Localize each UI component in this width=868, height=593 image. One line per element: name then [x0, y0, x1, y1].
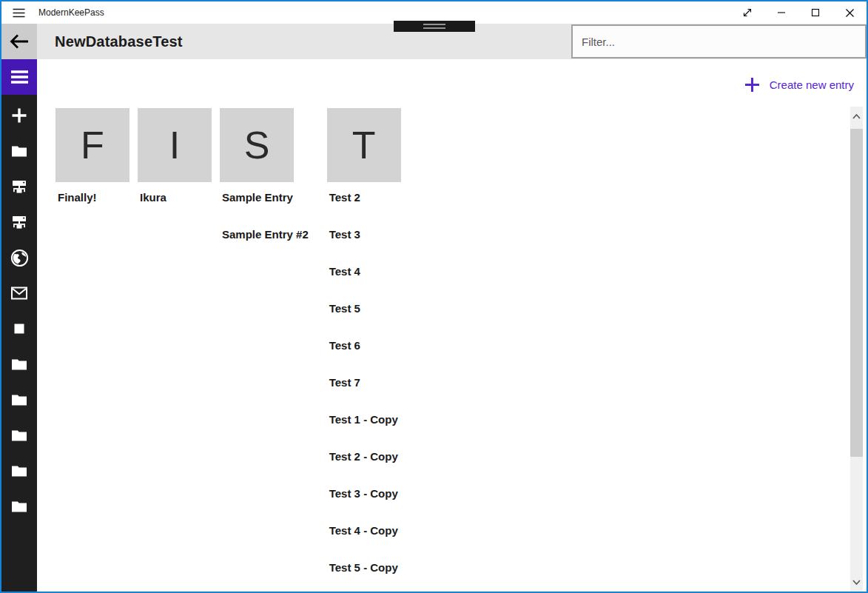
add-icon: [10, 107, 28, 124]
sidebar-item-9[interactable]: [1, 418, 37, 453]
folder-icon: [10, 142, 28, 160]
close-button[interactable]: [832, 1, 867, 24]
app-window: ModernKeePass NewDatabaseTest: [0, 0, 868, 593]
entry-list-item[interactable]: Test 5 - Copy: [327, 558, 408, 593]
sidebar-item-1[interactable]: [1, 133, 37, 169]
commandbar-handle[interactable]: [394, 21, 475, 32]
network-drive-icon: [10, 178, 28, 195]
entry-label: Test 1 - Copy: [329, 413, 398, 426]
group-header-letter: I: [169, 126, 180, 164]
entry-list-item[interactable]: Sample Entry #2: [220, 225, 319, 262]
entry-label: Test 2: [329, 191, 360, 204]
entry-label: Sample Entry #2: [222, 228, 309, 241]
scroll-down-button[interactable]: [850, 575, 863, 589]
sidebar-item-4[interactable]: [1, 240, 37, 275]
fullscreen-icon: [741, 7, 753, 19]
sidebar-item-2[interactable]: [1, 169, 37, 204]
sidebar-item-8[interactable]: [1, 382, 37, 418]
sidebar: [1, 59, 37, 592]
plus-icon: [744, 77, 760, 93]
entry-list-item[interactable]: Ikura: [138, 188, 212, 225]
entry-label: Test 3: [329, 228, 360, 241]
group-header-tile[interactable]: T: [327, 108, 401, 182]
window-controls: [730, 1, 867, 24]
back-arrow-icon: [10, 33, 29, 50]
folder-icon: [10, 355, 28, 373]
entry-label: Test 7: [329, 376, 360, 389]
entry-list-item[interactable]: Test 3: [327, 225, 408, 262]
entry-label: Test 3 - Copy: [329, 487, 398, 500]
folder-icon: [10, 462, 28, 480]
entry-label: Finally!: [58, 191, 97, 204]
group-header-tile[interactable]: F: [55, 108, 129, 182]
scroll-up-button[interactable]: [850, 110, 863, 123]
group-items: Sample Entry Sample Entry #2: [220, 188, 319, 262]
chevron-down-icon: [852, 580, 861, 585]
sidebar-item-0[interactable]: [1, 98, 37, 133]
entry-label: Test 6: [329, 339, 360, 352]
entry-label: Test 5 - Copy: [329, 561, 398, 574]
sidebar-item-5[interactable]: [1, 275, 37, 311]
entry-label: Test 2 - Copy: [329, 450, 398, 463]
entry-list-item[interactable]: Test 1 - Copy: [327, 410, 408, 447]
entry-list-item[interactable]: Test 7: [327, 373, 408, 410]
page-title: NewDatabaseTest: [55, 33, 183, 50]
group-header-tile[interactable]: S: [220, 108, 294, 182]
create-new-entry-button[interactable]: Create new entry: [744, 77, 854, 93]
group-header-letter: F: [81, 126, 104, 164]
close-icon: [845, 8, 855, 18]
entry-group: I Ikura: [138, 108, 212, 225]
globe-icon: [10, 249, 29, 267]
entry-list-item[interactable]: Test 4: [327, 262, 408, 299]
network-drive-icon: [10, 213, 28, 231]
entry-label: Sample Entry: [222, 191, 293, 204]
sidebar-item-7[interactable]: [1, 346, 37, 382]
sidebar-menu-toggle[interactable]: [1, 59, 37, 95]
create-new-entry-label: Create new entry: [770, 78, 854, 91]
entry-list-item[interactable]: Sample Entry: [220, 188, 319, 225]
entry-list-item[interactable]: Test 3 - Copy: [327, 484, 408, 521]
vertical-scrollbar[interactable]: [850, 107, 863, 592]
sidebar-item-11[interactable]: [1, 489, 37, 524]
fullscreen-button[interactable]: [730, 1, 764, 24]
titlebar-hamburger-icon[interactable]: [1, 1, 36, 24]
group-items: Ikura: [138, 188, 212, 225]
entry-list-item[interactable]: Test 2 - Copy: [327, 447, 408, 484]
entry-groups: F Finally! I Ikura S Sample Entry Sample…: [55, 108, 417, 593]
scroll-thumb[interactable]: [850, 129, 863, 457]
entry-list-item[interactable]: Test 5: [327, 299, 408, 336]
entry-list-item[interactable]: Test 4 - Copy: [327, 521, 408, 558]
minimize-button[interactable]: [764, 1, 798, 24]
group-items: Test 2 Test 3 Test 4 Test 5 Test 6 Test …: [327, 188, 408, 593]
app-title: ModernKeePass: [38, 7, 104, 18]
main-content: Create new entry F Finally! I Ikura S Sa…: [37, 59, 867, 592]
entry-list-item[interactable]: Test 6: [327, 336, 408, 373]
square-icon: [10, 320, 28, 338]
sidebar-nav-list: [1, 98, 37, 524]
minimize-icon: [777, 8, 786, 17]
filter-input[interactable]: [571, 24, 867, 58]
folder-icon: [10, 391, 28, 409]
entry-list-item[interactable]: Test 2: [327, 188, 408, 225]
maximize-button[interactable]: [798, 1, 832, 24]
group-items: Finally!: [55, 188, 129, 225]
group-header-letter: S: [244, 126, 270, 164]
sidebar-item-6[interactable]: [1, 311, 37, 346]
chevron-up-icon: [852, 114, 861, 119]
entry-label: Ikura: [140, 191, 166, 204]
entry-label: Test 4: [329, 265, 360, 278]
folder-icon: [10, 426, 28, 444]
sidebar-item-3[interactable]: [1, 204, 37, 240]
entry-label: Test 4 - Copy: [329, 524, 398, 537]
hamburger-icon: [11, 70, 28, 84]
entry-list-item[interactable]: Finally!: [55, 188, 129, 225]
group-header-tile[interactable]: I: [138, 108, 212, 182]
entry-group: T Test 2 Test 3 Test 4 Test 5 Test 6 Tes…: [327, 108, 408, 593]
group-header-letter: T: [352, 126, 376, 164]
maximize-icon: [811, 8, 820, 17]
sidebar-item-10[interactable]: [1, 453, 37, 489]
folder-icon: [10, 497, 28, 515]
back-button[interactable]: [1, 24, 37, 59]
mail-icon: [10, 284, 28, 302]
commandbar-grip-icon: [423, 24, 445, 29]
